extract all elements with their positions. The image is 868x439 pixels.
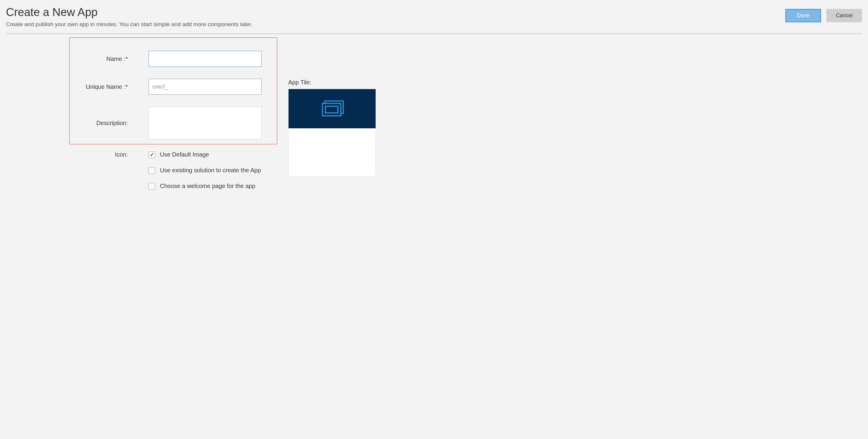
unique-name-input[interactable] bbox=[149, 79, 261, 95]
done-button[interactable]: Done bbox=[785, 9, 821, 22]
form-left-column: Name :* Unique Name :* Description: Icon… bbox=[6, 37, 279, 198]
icon-label: Icon: bbox=[6, 151, 149, 158]
page-subtitle: Create and publish your own app in minut… bbox=[6, 21, 785, 28]
name-input[interactable] bbox=[149, 51, 261, 67]
choose-welcome-row: Choose a welcome page for the app bbox=[6, 183, 279, 189]
description-input[interactable] bbox=[149, 106, 261, 139]
use-default-image-checkbox[interactable] bbox=[149, 152, 155, 158]
unique-name-label: Unique Name :* bbox=[6, 84, 149, 90]
use-default-image-label: Use Default Image bbox=[160, 151, 209, 158]
header-divider bbox=[6, 34, 862, 34]
form-container: Name :* Unique Name :* Description: Icon… bbox=[6, 37, 862, 198]
icon-row: Icon: Use Default Image bbox=[6, 151, 279, 158]
form-right-column: App Tile: bbox=[288, 37, 376, 177]
app-tile-preview bbox=[288, 89, 376, 177]
app-tile-label: App Tile: bbox=[288, 79, 376, 86]
description-row: Description: bbox=[6, 106, 279, 139]
use-existing-solution-label: Use existing solution to create the App bbox=[160, 167, 261, 174]
use-existing-solution-checkbox[interactable] bbox=[149, 167, 155, 174]
unique-name-row: Unique Name :* bbox=[6, 79, 279, 95]
page-header: Create a New App Create and publish your… bbox=[6, 6, 862, 28]
choose-welcome-label: Choose a welcome page for the app bbox=[160, 183, 255, 189]
name-label: Name :* bbox=[6, 56, 149, 62]
name-row: Name :* bbox=[6, 51, 279, 67]
app-tile-header bbox=[288, 89, 376, 128]
cancel-button[interactable]: Cancel bbox=[827, 9, 862, 22]
description-label: Description: bbox=[6, 120, 149, 127]
app-tile-icon bbox=[319, 100, 345, 118]
page-title: Create a New App bbox=[6, 6, 785, 19]
use-existing-solution-row: Use existing solution to create the App bbox=[6, 167, 279, 174]
choose-welcome-checkbox[interactable] bbox=[149, 183, 155, 189]
